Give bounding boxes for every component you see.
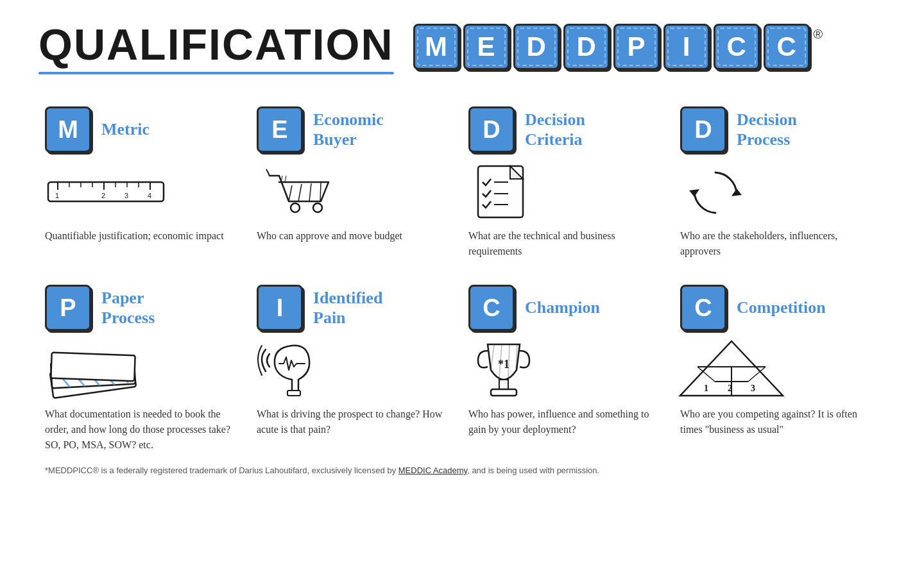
decision-criteria-illustration <box>468 163 661 221</box>
competition-illustration: 1 2 3 <box>680 341 873 399</box>
economic-buyer-description: Who can approve and move budget <box>257 228 449 244</box>
svg-point-19 <box>313 203 322 212</box>
champion-description: Who has power, influence and something t… <box>468 407 661 437</box>
svg-text:3: 3 <box>124 192 128 199</box>
letter-P: P <box>613 24 660 70</box>
meddpicc-logo: M E D D P I C C ® <box>413 24 823 70</box>
registered-mark: ® <box>814 27 823 42</box>
svg-rect-45 <box>491 389 517 396</box>
decision-process-icon: D <box>680 106 726 153</box>
identified-pain-description: What is driving the prospect to change? … <box>257 407 449 437</box>
letter-E: E <box>463 24 509 70</box>
svg-marker-27 <box>689 189 699 197</box>
identified-pain-illustration <box>257 341 449 399</box>
page-header: QUALIFICATION M E D D P I C C ® <box>38 19 886 74</box>
decision-criteria-icon: D <box>468 106 515 153</box>
svg-text:3: 3 <box>751 383 755 393</box>
economic-buyer-title: EconomicBuyer <box>313 110 384 149</box>
identified-pain-title: IdentifiedPain <box>313 288 382 328</box>
svg-text:1: 1 <box>704 383 708 393</box>
economic-buyer-icon: E <box>257 106 303 153</box>
letter-C2: C <box>764 24 810 70</box>
svg-point-18 <box>291 203 300 212</box>
svg-line-14 <box>289 185 292 201</box>
page-title: QUALIFICATION <box>38 19 394 74</box>
svg-rect-39 <box>287 391 300 396</box>
svg-text:1: 1 <box>55 192 59 199</box>
decision-criteria-description: What are the technical and business requ… <box>468 228 661 259</box>
champion-icon: C <box>468 285 515 331</box>
metric-icon: M <box>45 106 91 153</box>
svg-text:2: 2 <box>728 383 732 393</box>
svg-text:4: 4 <box>148 192 151 199</box>
card-identified-pain: I IdentifiedPain What is dri <box>250 285 462 453</box>
decision-process-illustration <box>680 163 873 221</box>
card-decision-process: D DecisionProcess Who are the stakeholde… <box>674 106 886 259</box>
letter-D2: D <box>563 24 610 70</box>
letter-D1: D <box>513 24 560 70</box>
decision-criteria-title: DecisionCriteria <box>525 110 585 149</box>
footer-text: *MEDDPICC® is a federally registered tra… <box>45 466 599 475</box>
paper-process-illustration <box>45 341 237 399</box>
svg-line-16 <box>309 183 311 201</box>
card-decision-criteria: D DecisionCriteria <box>462 106 674 259</box>
paper-process-title: PaperProcess <box>101 288 155 328</box>
svg-line-21 <box>285 176 286 182</box>
svg-marker-26 <box>732 189 742 196</box>
letter-I: I <box>663 24 710 70</box>
paper-process-icon: P <box>45 285 91 331</box>
letter-C1: C <box>714 24 760 70</box>
metric-description: Quantifiable justification; economic imp… <box>45 228 237 244</box>
svg-text:2: 2 <box>101 192 105 199</box>
competition-icon: C <box>680 285 726 331</box>
economic-buyer-illustration <box>257 163 449 221</box>
decision-process-description: Who are the stakeholders, influencers, a… <box>680 228 873 259</box>
cards-grid: M Metric 1 <box>38 106 886 453</box>
card-metric: M Metric 1 <box>38 106 250 259</box>
svg-rect-0 <box>48 182 164 201</box>
meddic-academy-link[interactable]: MEDDIC Academy <box>398 466 467 475</box>
champion-illustration: *1 <box>468 341 661 399</box>
card-champion: C Champion <box>462 285 674 453</box>
svg-text:*1: *1 <box>498 358 509 371</box>
card-paper-process: P PaperProcess <box>38 285 250 453</box>
card-competition: C Competition 1 2 3 <box>674 285 886 453</box>
decision-process-title: DecisionProcess <box>737 110 797 149</box>
competition-description: Who are you competing against? It is oft… <box>680 407 873 437</box>
metric-illustration: 1 2 3 4 <box>45 163 237 221</box>
identified-pain-icon: I <box>257 285 303 331</box>
card-economic-buyer: E EconomicBuyer <box>250 106 462 259</box>
letter-M: M <box>413 24 459 70</box>
svg-rect-37 <box>51 353 135 382</box>
footer-note: *MEDDPICC® is a federally registered tra… <box>38 466 886 475</box>
svg-line-17 <box>320 183 321 201</box>
metric-title: Metric <box>101 119 150 139</box>
svg-line-15 <box>298 184 302 201</box>
paper-process-description: What documentation is needed to book the… <box>45 407 237 453</box>
svg-rect-44 <box>499 380 508 389</box>
champion-title: Champion <box>525 298 600 317</box>
competition-title: Competition <box>737 298 826 317</box>
